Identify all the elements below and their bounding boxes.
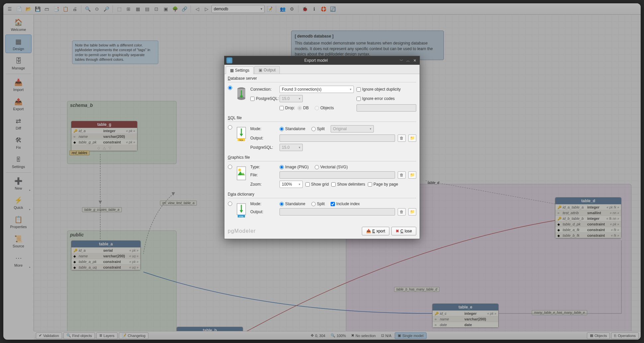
show-grid-check[interactable]: Show grid (305, 182, 329, 187)
radio-dbserver[interactable] (228, 86, 232, 90)
graphics-file-input[interactable] (280, 171, 395, 179)
radio-sqlfile[interactable] (228, 125, 232, 129)
graphics-browse-icon[interactable]: 📁 (408, 171, 416, 179)
dialog-footer: pgModeler 📤 Export ✖ Close (224, 225, 420, 239)
dd-output-input[interactable] (280, 208, 395, 215)
export-dialog: Export model ﹀ ︿ ✕ ▦ Settings ▣ Output D… (224, 56, 420, 239)
dialog-app-icon (226, 57, 232, 63)
drop-objects-radio[interactable]: Objects (315, 106, 334, 110)
sql-split-radio[interactable]: Split (311, 127, 325, 131)
pg-version-combo[interactable]: 15.0 (280, 95, 303, 102)
include-index-check[interactable]: Include index (331, 202, 360, 206)
section-dbserver: Database server Connection: Found 3 conn… (228, 76, 416, 113)
section-graphics: Graphics file Type: Image (PNG) Vectoria… (228, 155, 416, 189)
connection-combo[interactable]: Found 3 connection(s) (280, 86, 354, 93)
svg-radio[interactable]: Vectorial (SVG) (315, 165, 348, 169)
dd-browse-icon[interactable]: 📁 (408, 208, 416, 215)
dd-standalone-radio[interactable]: Standalone (280, 202, 305, 206)
sql-split-combo[interactable]: Original (331, 125, 374, 132)
zoom-combo[interactable]: 100% (280, 181, 303, 188)
sql-standalone-radio[interactable]: Standalone (280, 127, 305, 131)
radio-datadict[interactable] (228, 202, 232, 206)
dd-clear-icon[interactable]: 🗑 (398, 208, 406, 215)
sql-pg-combo[interactable]: 15.0 (280, 144, 303, 151)
show-delim-check[interactable]: Show delimiters (331, 182, 365, 187)
graphics-icon (235, 165, 248, 182)
dialog-titlebar[interactable]: Export model ﹀ ︿ ✕ (224, 56, 420, 65)
sql-browse-icon[interactable]: 📁 (408, 134, 416, 142)
brand-label: pgModeler (228, 228, 360, 234)
svg-text:HTML: HTML (239, 215, 244, 217)
dd-split-radio[interactable]: Split (311, 202, 325, 206)
datadict-icon: HTML (235, 202, 248, 219)
dbserver-icon (235, 86, 248, 103)
sql-output-input[interactable] (280, 134, 395, 142)
tab-output[interactable]: ▣ Output (254, 66, 280, 74)
section-datadict: Data dictionary HTML Mode: Standalone Sp… (228, 192, 416, 220)
page-by-page-check[interactable]: Page by page (368, 182, 398, 187)
ignore-err-check[interactable]: Ignore error codes (357, 96, 416, 101)
png-radio[interactable]: Image (PNG) (280, 165, 309, 169)
export-button[interactable]: 📤 Export (362, 227, 390, 235)
svg-point-11 (238, 169, 241, 171)
drop-check[interactable]: Drop: (280, 106, 295, 110)
drop-db-radio[interactable]: DB (297, 106, 309, 110)
minimize-icon[interactable]: ﹀ (398, 57, 404, 63)
app-frame: ☰ 📄 📂 💾 🗃 📑 📋 🖨 🔍 ⊙ 🔎 ⬚ ⊞ ▦ ▤ ⊡ ▣ 🌳 🔗 ◁ … (3, 3, 641, 340)
ignore-dup-check[interactable]: Ignore object duplicity (357, 87, 416, 92)
maximize-icon[interactable]: ︿ (405, 57, 411, 63)
dialog-tabs: ▦ Settings ▣ Output (224, 65, 420, 74)
radio-graphics[interactable] (228, 165, 232, 169)
svg-text:SQL: SQL (239, 139, 244, 141)
section-sqlfile: SQL file SQL Mode: Standalone Split Orig… (228, 116, 416, 152)
graphics-clear-icon[interactable]: 🗑 (398, 171, 406, 179)
tab-settings[interactable]: ▦ Settings (226, 66, 254, 74)
sqlfile-icon: SQL (235, 125, 248, 142)
error-codes-input[interactable] (357, 104, 416, 112)
close-icon[interactable]: ✕ (412, 57, 418, 63)
pg-check[interactable]: PostgreSQL: (250, 96, 277, 101)
sql-clear-icon[interactable]: 🗑 (398, 134, 406, 142)
close-button[interactable]: ✖ Close (391, 227, 416, 235)
